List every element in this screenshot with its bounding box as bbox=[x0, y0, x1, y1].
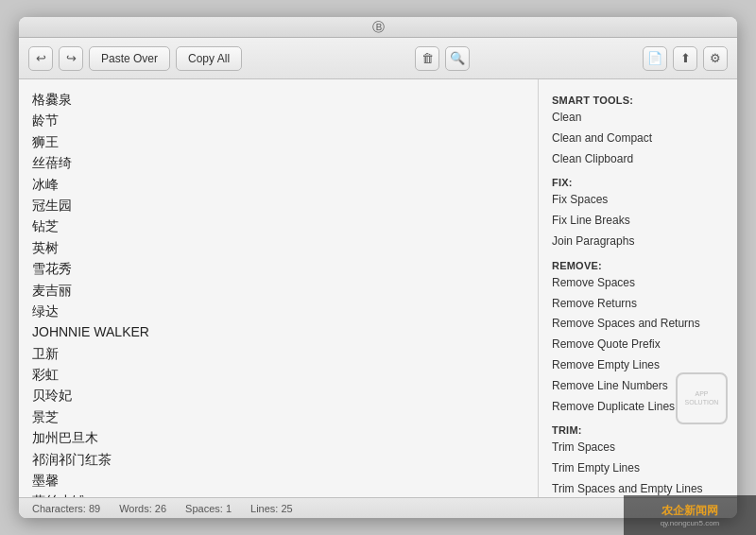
remove-title: REMOVE: bbox=[552, 260, 724, 271]
watermark: 农企新闻网 qy.nongcun5.com bbox=[624, 495, 756, 535]
sidebar-menu-item[interactable]: Fix Line Breaks bbox=[552, 211, 724, 232]
smart-tools-title: SMART TOOLS: bbox=[552, 95, 724, 106]
text-line: 钻芝 bbox=[32, 216, 524, 236]
sidebar: SMART TOOLS: CleanClean and CompactClean… bbox=[539, 79, 737, 497]
trim-title: TRIM: bbox=[552, 424, 724, 436]
text-line: 彩虹 bbox=[32, 364, 524, 385]
sidebar-menu-item[interactable]: Fix Spaces bbox=[552, 190, 724, 211]
title-bar-icon: Ⓑ bbox=[372, 19, 385, 36]
text-line: 加州巴旦木 bbox=[32, 427, 524, 448]
sidebar-menu-item[interactable]: Remove Spaces and Returns bbox=[552, 314, 724, 335]
copy-all-button[interactable]: Copy All bbox=[176, 46, 242, 71]
trim-section: TRIM: Trim SpacesTrim Empty LinesTrim Sp… bbox=[552, 424, 724, 497]
watermark-url: qy.nongcun5.com bbox=[661, 519, 720, 527]
smart-tools-section: SMART TOOLS: CleanClean and CompactClean… bbox=[552, 95, 724, 169]
words-status: Words: 26 bbox=[119, 503, 166, 514]
fix-title: FIX: bbox=[552, 177, 724, 188]
text-line: JOHNNIE WALKER bbox=[32, 321, 524, 342]
main-window: Ⓑ ↩ ↪ Paste Over Copy All 🗑 🔍 📄 ⬆ ⚙ 格爨泉龄… bbox=[19, 17, 737, 518]
sidebar-menu-item[interactable]: Join Paragraphs bbox=[552, 232, 724, 252]
characters-status: Characters: 89 bbox=[32, 503, 100, 514]
sidebar-menu-item[interactable]: Remove Returns bbox=[552, 294, 724, 315]
toolbar: ↩ ↪ Paste Over Copy All 🗑 🔍 📄 ⬆ ⚙ bbox=[19, 38, 737, 79]
watermark-logo: 农企新闻网 bbox=[662, 503, 718, 519]
text-line: 格爨泉 bbox=[32, 89, 524, 110]
sidebar-menu-item[interactable]: Remove Quote Prefix bbox=[552, 335, 724, 355]
spaces-status: Spaces: 1 bbox=[185, 503, 232, 514]
lines-status: Lines: 25 bbox=[250, 503, 293, 514]
text-line: 贝玲妃 bbox=[32, 385, 524, 406]
search-button[interactable]: 🔍 bbox=[445, 46, 470, 71]
new-document-button[interactable]: 📄 bbox=[643, 46, 667, 71]
sidebar-menu-item[interactable]: Clean and Compact bbox=[552, 129, 724, 149]
text-line: 龄节 bbox=[32, 110, 524, 130]
sidebar-menu-item[interactable]: Trim Empty Lines bbox=[552, 458, 724, 479]
sidebar-menu-item[interactable]: Clean bbox=[552, 108, 724, 129]
text-line: 雪花秀 bbox=[32, 258, 524, 279]
text-line: 麦吉丽 bbox=[32, 280, 524, 301]
sidebar-menu-item[interactable]: Clean Clipboard bbox=[552, 149, 724, 170]
share-button[interactable]: ⬆ bbox=[673, 46, 697, 71]
undo-button[interactable]: ↩ bbox=[28, 46, 53, 71]
text-line: 景芝 bbox=[32, 406, 524, 427]
text-line: 绿达 bbox=[32, 301, 524, 321]
redo-button[interactable]: ↪ bbox=[59, 46, 83, 71]
title-bar: Ⓑ bbox=[19, 17, 737, 38]
text-line: 冠生园 bbox=[32, 195, 524, 216]
paste-over-button[interactable]: Paste Over bbox=[89, 46, 170, 71]
text-content: 格爨泉龄节狮王丝蓓绮冰峰冠生园钻芝英树雪花秀麦吉丽绿达JOHNNIE WALKE… bbox=[32, 89, 524, 497]
fix-section: FIX: Fix SpacesFix Line BreaksJoin Parag… bbox=[552, 177, 724, 251]
delete-button[interactable]: 🗑 bbox=[415, 46, 439, 71]
text-line: 祁润祁门红茶 bbox=[32, 449, 524, 470]
text-line: 冰峰 bbox=[32, 174, 524, 195]
sidebar-menu-item[interactable]: Remove Spaces bbox=[552, 273, 724, 294]
text-line: 墨馨 bbox=[32, 470, 524, 491]
badge-text: APPSOLUTION bbox=[685, 390, 719, 406]
smart-tools-list: CleanClean and CompactClean Clipboard bbox=[552, 108, 724, 169]
text-line: 卫新 bbox=[32, 343, 524, 364]
trim-list: Trim SpacesTrim Empty LinesTrim Spaces a… bbox=[552, 438, 724, 497]
settings-button[interactable]: ⚙ bbox=[703, 46, 728, 71]
text-line: 狮王 bbox=[32, 131, 524, 152]
text-panel[interactable]: 格爨泉龄节狮王丝蓓绮冰峰冠生园钻芝英树雪花秀麦吉丽绿达JOHNNIE WALKE… bbox=[19, 79, 539, 497]
content-area: 格爨泉龄节狮王丝蓓绮冰峰冠生园钻芝英树雪花秀麦吉丽绿达JOHNNIE WALKE… bbox=[19, 79, 737, 497]
fix-list: Fix SpacesFix Line BreaksJoin Paragraphs bbox=[552, 190, 724, 251]
text-line: 蒙丝小铺 bbox=[32, 491, 524, 497]
text-line: 英树 bbox=[32, 237, 524, 258]
text-line: 丝蓓绮 bbox=[32, 152, 524, 173]
sidebar-menu-item[interactable]: Trim Spaces bbox=[552, 438, 724, 458]
app-solution-badge: APPSOLUTION bbox=[676, 372, 728, 424]
